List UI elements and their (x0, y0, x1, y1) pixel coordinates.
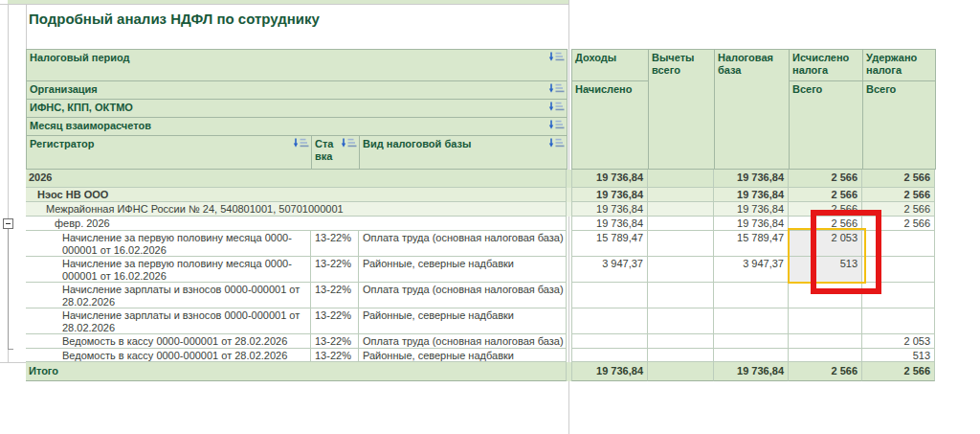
value-cell[interactable]: 19 736,84 (571, 202, 648, 217)
value-cell[interactable] (571, 349, 648, 362)
gridline (26, 4, 27, 49)
filter-row-ifns: ИФНС, КПП, ОКТМО (27, 100, 568, 118)
table-row: Межрайонная ИФНС России № 24, 540801001,… (26, 202, 935, 217)
rate-cell[interactable]: 13-22% (311, 283, 359, 308)
value-cell[interactable] (648, 202, 714, 217)
value-cell[interactable] (862, 308, 935, 334)
sort-icon[interactable] (548, 102, 565, 112)
total-value-cell[interactable]: 2 566 (862, 362, 935, 381)
value-cell[interactable]: 2 053 (862, 334, 935, 349)
total-value-cell[interactable] (648, 362, 714, 381)
value-cell[interactable] (648, 283, 714, 308)
sort-icon[interactable] (548, 52, 565, 62)
value-cell[interactable] (648, 308, 714, 334)
value-cell[interactable] (789, 308, 862, 334)
value-cell[interactable]: 2 566 (862, 170, 935, 188)
sort-icon[interactable] (548, 120, 565, 130)
value-cell[interactable] (714, 334, 789, 349)
collapse-group-button[interactable] (3, 218, 13, 229)
value-cell[interactable]: 15 789,47 (571, 231, 648, 257)
value-cell[interactable]: 2 566 (789, 188, 862, 202)
table-row: Начисление зарплаты и взносов 0000-00000… (26, 283, 935, 308)
filter-label: Организация (30, 83, 98, 95)
value-cell[interactable] (571, 334, 648, 349)
header-right-block: Доходы Начислено Вычеты всего Налоговая … (571, 49, 936, 170)
sort-icon[interactable] (341, 138, 357, 148)
tax-base-kind-cell[interactable]: Оплата труда (основная налоговая база) (359, 231, 567, 257)
registrator-cell[interactable]: Ведомость в кассу 0000-000001 от 28.02.2… (26, 349, 311, 362)
column-label: Вид налоговой базы (363, 138, 471, 149)
column-label: Регистратор (30, 138, 95, 149)
value-cell[interactable] (648, 170, 714, 188)
group-row-label[interactable]: Межрайонная ИФНС России № 24, 540801001,… (26, 202, 567, 217)
value-cell[interactable]: 15 789,47 (714, 231, 789, 257)
gridline (0, 4, 568, 5)
value-cell[interactable] (648, 231, 714, 257)
rate-cell[interactable]: 13-22% (311, 334, 359, 349)
value-cell[interactable]: 19 736,84 (714, 217, 789, 231)
red-annotation-box (811, 210, 881, 294)
table-row: Начисление зарплаты и взносов 0000-00000… (26, 308, 935, 334)
value-cell[interactable] (789, 334, 862, 349)
value-cell[interactable]: 2 566 (862, 188, 935, 202)
value-cell[interactable]: 19 736,84 (571, 217, 648, 231)
total-value-cell[interactable]: 19 736,84 (714, 362, 789, 381)
value-cell[interactable] (714, 308, 789, 334)
rate-cell[interactable]: 13-22% (311, 257, 359, 283)
registrator-cell[interactable]: Начисление зарплаты и взносов 0000-00000… (26, 308, 311, 334)
value-cell[interactable]: 513 (862, 349, 935, 362)
tax-base-kind-cell[interactable]: Оплата труда (основная налоговая база) (359, 334, 567, 349)
tax-base-kind-cell[interactable]: Районные, северные надбавки (359, 308, 567, 334)
group-row-label[interactable]: 2026 (26, 170, 567, 188)
value-cell[interactable]: 19 736,84 (571, 188, 648, 202)
group-tree-line (8, 229, 9, 349)
value-cell[interactable]: 2 566 (789, 170, 862, 188)
value-cell[interactable]: 3 947,37 (714, 257, 789, 283)
tax-base-kind-cell[interactable]: Районные, северные надбавки (359, 349, 567, 362)
value-cell[interactable] (648, 188, 714, 202)
minus-icon (6, 223, 11, 224)
value-cell[interactable]: 19 736,84 (714, 188, 789, 202)
column-header-tax-calculated: Исчислено налога (790, 50, 863, 81)
value-cell[interactable] (714, 283, 789, 308)
value-cell[interactable] (789, 349, 862, 362)
rate-cell[interactable]: 13-22% (311, 231, 359, 257)
value-cell[interactable] (648, 349, 714, 362)
tax-base-kind-cell[interactable]: Оплата труда (основная налоговая база) (359, 283, 567, 308)
value-cell[interactable]: 3 947,37 (571, 257, 648, 283)
registrator-cell[interactable]: Ведомость в кассу 0000-000001 от 28.02.2… (26, 334, 311, 349)
gridline (0, 362, 26, 363)
value-cell[interactable]: 19 736,84 (714, 202, 789, 217)
table-row: Ведомость в кассу 0000-000001 от 28.02.2… (26, 349, 935, 362)
tax-base-kind-cell[interactable]: Районные, северные надбавки (359, 257, 567, 283)
filter-row-settlement-month: Месяц взаиморасчетов (27, 118, 568, 136)
sort-icon[interactable] (548, 83, 565, 94)
value-cell[interactable] (714, 349, 789, 362)
total-label[interactable]: Итого (26, 362, 567, 381)
sort-icon[interactable] (293, 138, 309, 148)
value-cell[interactable] (648, 257, 714, 283)
registrator-cell[interactable]: Начисление за первую половину месяца 000… (26, 231, 311, 257)
value-cell[interactable] (648, 217, 714, 231)
rate-cell[interactable]: 13-22% (311, 349, 359, 362)
column-header-registrator: Регистратор (27, 136, 312, 170)
filter-label: Налоговый период (30, 52, 130, 63)
value-cell[interactable]: 19 736,84 (714, 170, 789, 188)
total-value-cell[interactable]: 19 736,84 (571, 362, 648, 381)
column-header-withheld-total: Всего (863, 81, 936, 170)
sort-icon[interactable] (548, 138, 565, 148)
value-cell[interactable]: 19 736,84 (571, 170, 648, 188)
group-row-label[interactable]: февр. 2026 (26, 217, 567, 231)
total-value-cell[interactable]: 2 566 (789, 362, 862, 381)
value-cell[interactable] (648, 334, 714, 349)
group-tree-line (8, 349, 13, 350)
registrator-cell[interactable]: Начисление зарплаты и взносов 0000-00000… (26, 283, 311, 308)
report-window: Подробный анализ НДФЛ по сотруднику Нало… (0, 0, 980, 434)
group-row-label[interactable]: Нэос НВ ООО (26, 188, 567, 202)
value-cell[interactable] (571, 283, 648, 308)
column-header-income-accrued: Начислено (572, 81, 649, 170)
page-title: Подробный анализ НДФЛ по сотруднику (29, 11, 320, 27)
value-cell[interactable] (571, 308, 648, 334)
registrator-cell[interactable]: Начисление за первую половину месяца 000… (26, 257, 311, 283)
rate-cell[interactable]: 13-22% (311, 308, 359, 334)
